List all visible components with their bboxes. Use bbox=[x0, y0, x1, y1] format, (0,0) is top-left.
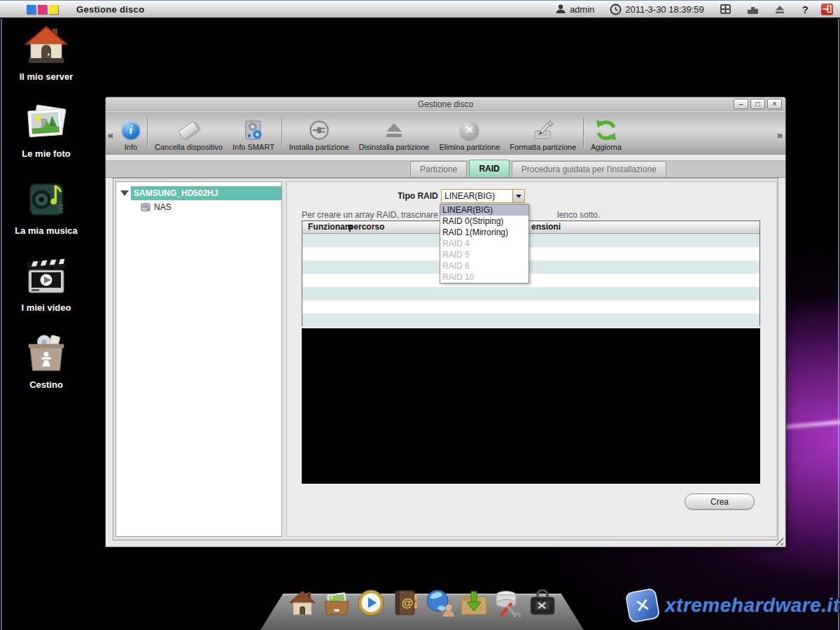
table-row bbox=[302, 300, 760, 314]
video-icon bbox=[23, 252, 69, 301]
dropdown-option-raid1[interactable]: RAID 1(Mirroring) bbox=[440, 227, 528, 238]
tab-raid[interactable]: RAID bbox=[469, 160, 509, 177]
dock-item-disk-utility[interactable] bbox=[493, 587, 524, 617]
table-row bbox=[302, 274, 760, 287]
media-player-icon bbox=[356, 588, 386, 617]
content-frame: SAMSUNG_HD502HJ NAS Tipo RAID LINEAR(BIG… bbox=[113, 178, 778, 540]
close-button[interactable]: × bbox=[767, 99, 782, 109]
window-title: Gestione disco bbox=[418, 99, 473, 109]
podium-button[interactable] bbox=[743, 4, 763, 15]
tree-item-samsung-hd502hj[interactable]: SAMSUNG_HD502HJ bbox=[116, 186, 281, 200]
desktop-icon-my-server[interactable]: Il mio server bbox=[7, 21, 85, 98]
raid-hint-text: lenco sotto. bbox=[557, 210, 600, 220]
toolbar-button-installa-partizione[interactable]: Installa partizione bbox=[284, 114, 354, 152]
photo-box-icon bbox=[322, 589, 351, 617]
table-row bbox=[302, 260, 760, 274]
address-book-icon: @ bbox=[391, 588, 420, 617]
create-button[interactable]: Crea bbox=[685, 493, 755, 510]
dock-item-media-player[interactable] bbox=[356, 587, 386, 617]
toolbar-button-info[interactable]: i Info bbox=[117, 114, 145, 152]
toolbar-button-info-smart[interactable]: Info SMART bbox=[227, 114, 279, 152]
tree-expander-icon[interactable] bbox=[120, 190, 129, 196]
user-menu[interactable]: admin bbox=[551, 4, 598, 15]
logo-square-blue bbox=[27, 5, 36, 14]
dropdown-option-linear-big[interactable]: LINEAR(BIG) bbox=[440, 204, 528, 216]
raid-hint-text: Per creare un array RAID, trascinare bbox=[302, 210, 438, 220]
toolbar-separator bbox=[583, 118, 584, 148]
desktop-icon-trash[interactable]: Cestino bbox=[7, 329, 85, 406]
desktop-icon-my-photos[interactable]: Le mie foto bbox=[7, 98, 85, 175]
toolbar-button-elimina-partizione[interactable]: ✕ Elimina partizione bbox=[434, 114, 505, 152]
disk-icon bbox=[140, 202, 151, 213]
toolbar-scroll-right[interactable]: » bbox=[777, 129, 783, 141]
info-icon: i bbox=[122, 121, 140, 139]
window-titlebar[interactable]: Gestione disco – □ × bbox=[106, 97, 785, 111]
column-header: Funzionam bbox=[308, 222, 352, 232]
download-folder-icon bbox=[459, 589, 489, 617]
dock-item-home[interactable] bbox=[287, 587, 318, 617]
dock-item-photo-box[interactable] bbox=[321, 587, 352, 617]
apps-grid-button[interactable] bbox=[715, 4, 736, 15]
refresh-icon bbox=[595, 118, 617, 143]
podium-icon bbox=[747, 4, 759, 15]
watermark: ✕ xtremehardware.it bbox=[627, 590, 840, 621]
toolbar-button-cancella-dispositivo[interactable]: Cancella dispositivo bbox=[150, 114, 227, 152]
raid-type-select[interactable]: LINEAR(BIG) bbox=[441, 189, 525, 203]
toolbar-button-formatta-partizione[interactable]: Formatta partizione bbox=[505, 114, 581, 152]
disk-management-window: Gestione disco – □ × « » i Info Cancella… bbox=[105, 97, 786, 547]
topbar-title: Gestione disco bbox=[76, 4, 144, 15]
username: admin bbox=[570, 4, 594, 15]
raid-disk-table[interactable]: Funzionam percorso ensioni bbox=[302, 220, 760, 326]
top-menu-bar: Gestione disco admin 2011-3-30 18:39:59 … bbox=[0, 0, 840, 19]
tree-item-label: SAMSUNG_HD502HJ bbox=[131, 186, 281, 200]
x-circle-icon: ✕ bbox=[460, 121, 479, 140]
dropdown-option-raid4: RAID 4 bbox=[440, 238, 528, 249]
dropdown-option-raid0[interactable]: RAID 0(Striping) bbox=[440, 216, 528, 227]
tree-item-nas[interactable]: NAS bbox=[116, 200, 281, 214]
minimize-button[interactable]: – bbox=[734, 99, 748, 109]
music-icon bbox=[23, 175, 69, 224]
logout-button[interactable] bbox=[821, 4, 833, 15]
dropdown-option-raid5: RAID 5 bbox=[440, 249, 528, 260]
trash-icon bbox=[23, 329, 69, 378]
desktop-icon-my-videos[interactable]: I miei video bbox=[7, 252, 85, 329]
desktop-icon-my-music[interactable]: La mia musica bbox=[7, 175, 85, 252]
watermark-text: xtremehardware.it bbox=[665, 594, 840, 617]
dropdown-option-raid6: RAID 6 bbox=[440, 260, 528, 272]
photos-icon bbox=[23, 98, 69, 147]
table-row bbox=[302, 287, 760, 300]
apps-grid-icon bbox=[720, 4, 732, 15]
toolbar-button-aggiorna[interactable]: Aggiorna bbox=[586, 114, 626, 152]
eject-button[interactable] bbox=[770, 4, 790, 15]
select-arrow-button[interactable] bbox=[512, 190, 524, 202]
raid-preview-area bbox=[302, 328, 760, 484]
dock-item-address-book[interactable]: @ bbox=[390, 587, 421, 617]
raid-type-value: LINEAR(BIG) bbox=[442, 191, 512, 201]
desktop-icon-label: Il mio server bbox=[20, 71, 74, 82]
maximize-button[interactable]: □ bbox=[750, 99, 765, 109]
table-header-row: Funzionam percorso ensioni bbox=[302, 221, 760, 234]
tab-procedura-guidata[interactable]: Procedura guidata per l'installazione bbox=[512, 161, 666, 177]
datetime: 2011-3-30 18:39:59 bbox=[625, 4, 704, 15]
toolbar-separator bbox=[147, 118, 148, 148]
raid-panel: Tipo RAID LINEAR(BIG) LINEAR(BIG) RAID 0… bbox=[286, 181, 777, 537]
toolbar-button-disinstalla-partizione[interactable]: Disinstalla partizione bbox=[354, 114, 435, 152]
dock-item-toolbox[interactable] bbox=[527, 587, 558, 617]
toolbar-separator bbox=[281, 118, 282, 148]
toolbar-scroll-left[interactable]: « bbox=[108, 129, 113, 141]
web-users-icon bbox=[424, 588, 455, 617]
watermark-x-badge: ✕ bbox=[625, 588, 661, 624]
plug-circle-icon bbox=[308, 118, 330, 143]
help-button[interactable]: ? bbox=[797, 4, 814, 15]
tab-partizione[interactable]: Partizione bbox=[410, 161, 467, 177]
screen-edge bbox=[1, 19, 2, 630]
smart-disk-icon bbox=[243, 118, 264, 143]
logo-square-yellow bbox=[49, 5, 58, 14]
dock-item-download-folder[interactable] bbox=[458, 587, 489, 617]
eraser-icon bbox=[178, 120, 200, 140]
chevron-down-icon bbox=[516, 195, 522, 198]
dock-item-web-users[interactable] bbox=[424, 587, 455, 617]
column-header: percorso bbox=[349, 222, 384, 232]
home-icon bbox=[288, 589, 317, 617]
clock-display: 2011-3-30 18:39:59 bbox=[606, 4, 708, 15]
